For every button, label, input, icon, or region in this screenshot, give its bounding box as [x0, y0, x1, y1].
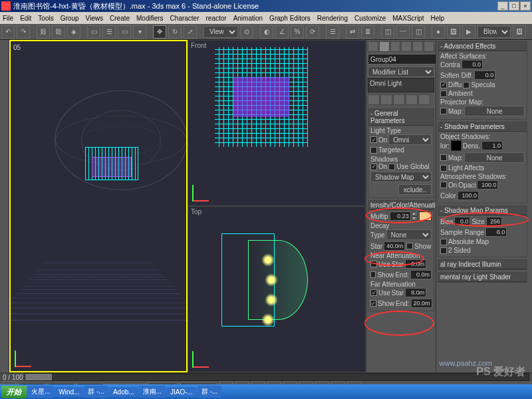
far-show-checkbox[interactable]: ✓ — [370, 300, 376, 307]
spinner-up[interactable]: ▴ — [411, 211, 418, 216]
ambient-checkbox[interactable] — [440, 90, 447, 97]
pivot-button[interactable]: ⊙ — [240, 25, 253, 39]
far-end-spinner[interactable] — [411, 299, 432, 308]
abs-map-checkbox[interactable] — [440, 239, 447, 245]
link-button[interactable]: ⛓ — [37, 25, 50, 39]
unique-button[interactable] — [393, 94, 405, 105]
menu-file[interactable]: File — [3, 15, 13, 22]
menu-create[interactable]: Create — [110, 15, 130, 22]
shadows-on-checkbox[interactable]: ✓ — [370, 164, 377, 170]
decay-show-checkbox[interactable] — [406, 243, 413, 249]
menu-animation[interactable]: Animation — [233, 15, 263, 22]
shadow-map-checkbox[interactable] — [440, 154, 447, 161]
light-color-swatch[interactable] — [419, 211, 432, 221]
ref-coord-dropdown[interactable]: View — [203, 26, 238, 38]
curve-editor-button[interactable]: 〰 — [396, 25, 410, 39]
unlink-button[interactable]: ⛓ — [52, 25, 65, 39]
bind-button[interactable]: ◈ — [67, 25, 80, 39]
menu-modifiers[interactable]: Modifiers — [136, 15, 164, 22]
near-end-spinner[interactable] — [410, 270, 432, 279]
quick-render-button[interactable]: ▶ — [462, 25, 475, 39]
density-spinner[interactable] — [481, 141, 503, 150]
stack-item[interactable]: Omni Light — [370, 80, 432, 87]
close-button[interactable]: × — [520, 1, 531, 11]
redo-button[interactable]: ↷ — [17, 25, 30, 39]
rollout-header[interactable]: tensity/Color/Attenuati — [368, 201, 434, 210]
rollout-header[interactable]: al ray Indirect Illumin — [438, 260, 527, 269]
render-type-dropdown[interactable]: Blowup — [477, 26, 511, 38]
modify-tab[interactable] — [379, 41, 390, 52]
rollout-header[interactable]: - Shadow Parameters — [438, 122, 527, 132]
exclude-button[interactable]: xclude.. — [398, 184, 432, 195]
near-start-spinner[interactable] — [405, 259, 426, 269]
menu-reactor[interactable]: reactor — [206, 15, 227, 22]
remove-mod-button[interactable] — [406, 94, 418, 105]
taskbar-item[interactable]: 群 -... — [84, 386, 108, 398]
soften-spinner[interactable] — [474, 70, 495, 80]
menu-group[interactable]: Group — [61, 15, 79, 22]
schematic-button[interactable]: ◫ — [412, 25, 425, 39]
select-filter-button[interactable]: ▾ — [133, 25, 146, 39]
menu-views[interactable]: Views — [86, 15, 104, 22]
shadow-map-button[interactable]: None — [464, 152, 525, 163]
sample-range-spinner[interactable] — [485, 227, 507, 237]
modifier-list-dropdown[interactable]: Modifier List — [368, 66, 434, 77]
taskbar-item[interactable]: 火星... — [27, 386, 54, 398]
taskbar-item[interactable]: Wind... — [55, 387, 83, 397]
show-end-button[interactable] — [380, 94, 392, 105]
spinner-down[interactable]: ▾ — [411, 216, 418, 221]
two-sided-checkbox[interactable] — [440, 247, 447, 254]
menu-grapheditors[interactable]: Graph Editors — [269, 15, 311, 22]
minimize-button[interactable]: _ — [497, 1, 508, 11]
menu-character[interactable]: Character — [170, 15, 200, 22]
shadow-color-swatch[interactable] — [451, 140, 462, 151]
specular-checkbox[interactable] — [463, 82, 469, 88]
targeted-checkbox[interactable] — [370, 147, 377, 154]
create-tab[interactable] — [368, 41, 378, 52]
light-on-checkbox[interactable]: ✓ — [370, 136, 377, 143]
menu-tools[interactable]: Tools — [38, 15, 53, 22]
spinner-snap-button[interactable]: ⟳ — [306, 25, 319, 39]
utilities-tab[interactable] — [424, 41, 434, 52]
time-slider[interactable] — [25, 373, 529, 381]
start-button[interactable]: 开始 — [1, 386, 27, 398]
viewport-perspective[interactable]: 05 — [9, 40, 188, 372]
rollout-header[interactable]: - Advanced Effects — [438, 42, 527, 51]
light-affects-checkbox[interactable] — [440, 165, 447, 172]
mirror-button[interactable]: ⇄ — [346, 25, 359, 39]
maximize-button[interactable]: □ — [509, 1, 519, 11]
proj-map-button[interactable]: None — [464, 106, 525, 116]
rollout-header[interactable]: - Shadow Map Params — [438, 206, 527, 215]
multiplier-spinner[interactable] — [390, 211, 411, 221]
hierarchy-tab[interactable] — [390, 41, 401, 52]
far-use-checkbox[interactable]: ✓ — [370, 289, 377, 296]
decay-type-dropdown[interactable]: None — [386, 229, 432, 240]
atmos-on-checkbox[interactable] — [440, 182, 447, 188]
pin-stack-button[interactable] — [368, 94, 380, 105]
menu-maxscript[interactable]: MAXScript — [392, 15, 424, 22]
material-button[interactable]: ● — [432, 25, 445, 39]
near-use-checkbox[interactable] — [370, 261, 377, 267]
rotate-button[interactable]: ↻ — [168, 25, 182, 39]
viewport-front[interactable]: Front — [188, 40, 366, 206]
contrast-spinner[interactable] — [462, 60, 483, 69]
bias-spinner[interactable] — [454, 217, 470, 226]
menu-help[interactable]: Help — [430, 15, 444, 22]
render-scene-button[interactable]: 🖼 — [447, 25, 460, 39]
undo-button[interactable]: ↶ — [1, 25, 15, 39]
modifier-stack[interactable]: Omni Light — [368, 78, 434, 92]
layers-button[interactable]: ◫ — [381, 25, 394, 39]
far-start-spinner[interactable] — [405, 288, 426, 297]
render-button[interactable]: 🖼 — [513, 25, 526, 39]
move-button[interactable]: ✥ — [153, 25, 166, 39]
light-type-dropdown[interactable]: Omni — [388, 134, 432, 145]
shadow-type-dropdown[interactable]: Shadow Map — [370, 172, 432, 182]
taskbar-item[interactable]: 淮南... — [139, 386, 166, 398]
select-rect-button[interactable]: ▭ — [118, 25, 131, 39]
rollout-header[interactable]: - General Parameters — [368, 109, 434, 126]
menu-edit[interactable]: Edit — [20, 15, 31, 22]
snap-button[interactable]: ◐ — [260, 25, 273, 39]
named-sel-button[interactable]: ☰ — [326, 25, 339, 39]
config-sets-button[interactable] — [418, 94, 430, 105]
taskbar-item[interactable]: Adob... — [109, 387, 138, 397]
